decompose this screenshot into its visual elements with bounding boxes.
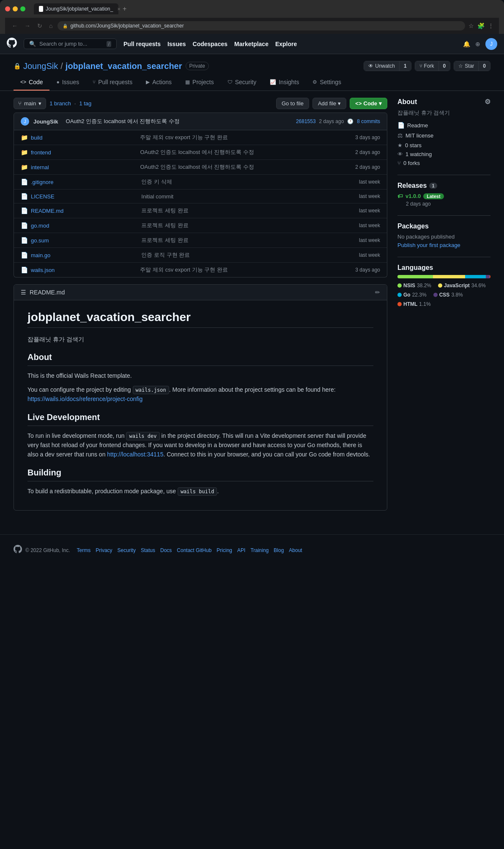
tab-security[interactable]: 🛡 Security <box>221 74 263 91</box>
commit-author[interactable]: JoungSik <box>33 118 58 125</box>
topnav-pull-requests[interactable]: Pull requests <box>123 41 161 47</box>
file-name[interactable]: LICENSE <box>31 193 138 200</box>
minimize-button[interactable] <box>13 6 18 11</box>
browser-tab[interactable]: JoungSik/jobplanet_vacation_ ✕ <box>34 3 118 14</box>
meta-separator: · <box>74 100 76 107</box>
readme-edit-icon[interactable]: ✏ <box>375 289 380 296</box>
topnav-codespaces[interactable]: Codespaces <box>193 41 227 47</box>
file-name[interactable]: go.mod <box>31 223 138 229</box>
file-row-gitignore[interactable]: 📄 .gitignore 인증 키 삭제 last week <box>14 175 387 190</box>
code-tab-icon: <> <box>20 79 26 85</box>
release-version-label[interactable]: v1.0.0 <box>405 193 421 199</box>
footer-pricing[interactable]: Pricing <box>216 547 232 553</box>
branch-count-link[interactable]: 1 branch <box>49 100 71 107</box>
file-name[interactable]: go.sum <box>31 237 138 244</box>
back-button[interactable]: ← <box>10 22 19 30</box>
close-button[interactable] <box>5 6 10 11</box>
languages-bar <box>397 275 490 278</box>
user-avatar[interactable]: J <box>485 38 497 50</box>
tab-code[interactable]: <> Code <box>14 74 49 91</box>
footer-status[interactable]: Status <box>141 547 155 553</box>
file-row-wailsjson[interactable]: 📄 wails.json 주말 제외 csv export 기능 구현 완료 3… <box>14 263 387 277</box>
maximize-button[interactable] <box>20 6 25 11</box>
file-row-gosum[interactable]: 📄 go.sum 프로젝트 세팅 완료 last week <box>14 233 387 248</box>
add-file-button[interactable]: Add file ▾ <box>312 98 346 109</box>
file-time: 2 days ago <box>355 149 380 155</box>
topnav-marketplace[interactable]: Marketplace <box>234 41 268 47</box>
file-name[interactable]: internal <box>31 164 137 170</box>
tab-issues-label: Issues <box>62 79 79 85</box>
new-tab-button[interactable]: + <box>120 4 129 14</box>
footer-docs[interactable]: Docs <box>160 547 172 553</box>
tab-actions-label: Actions <box>152 79 172 85</box>
file-icon: 📄 <box>21 222 27 229</box>
footer-terms[interactable]: Terms <box>77 547 91 553</box>
home-button[interactable]: ⌂ <box>47 22 54 30</box>
notification-icon[interactable]: 🔔 <box>463 41 470 47</box>
tab-projects[interactable]: ▦ Projects <box>178 74 221 91</box>
reload-button[interactable]: ↻ <box>36 22 44 30</box>
sidebar-about-desc: 잡플래닛 휴가 검색기 <box>397 109 490 117</box>
footer-training[interactable]: Training <box>250 547 268 553</box>
file-time: last week <box>359 252 380 258</box>
tag-count-link[interactable]: 1 tag <box>79 100 91 107</box>
file-name[interactable]: .gitignore <box>31 179 138 185</box>
topnav-explore[interactable]: Explore <box>275 41 297 47</box>
file-row-gomod[interactable]: 📄 go.mod 프로젝트 세팅 완료 last week <box>14 218 387 233</box>
watch-button[interactable]: 👁 Unwatch <box>364 61 400 71</box>
star-button[interactable]: ☆ Star <box>454 61 479 71</box>
fork-button[interactable]: ⑂ Fork <box>415 61 439 71</box>
footer-api[interactable]: API <box>237 547 245 553</box>
add-icon[interactable]: ⊕ <box>475 41 480 47</box>
file-row-license[interactable]: 📄 LICENSE Initial commit last week <box>14 190 387 203</box>
go-to-file-button[interactable]: Go to file <box>276 98 309 109</box>
forward-button[interactable]: → <box>23 22 32 30</box>
watch-count[interactable]: 1 <box>400 61 411 71</box>
search-bar[interactable]: 🔍 Search or jump to... / <box>24 38 117 49</box>
footer-blog[interactable]: Blog <box>274 547 284 553</box>
tab-insights[interactable]: 📈 Insights <box>263 74 306 91</box>
file-row-maingo[interactable]: 📄 main.go 인증 로직 구현 완료 last week <box>14 248 387 263</box>
tab-actions[interactable]: ▶ Actions <box>139 74 178 91</box>
file-row-frontend[interactable]: 📁 frontend OAuth2 인증도 localhost 에서 진행하도록… <box>14 145 387 160</box>
commits-count-link[interactable]: 8 commits <box>357 118 380 124</box>
address-bar[interactable]: 🔒 github.com/JoungSik/jobplanet_vacation… <box>58 21 465 30</box>
commit-time: 2 days ago <box>319 118 344 124</box>
publish-package-link[interactable]: Publish your first package <box>397 242 460 248</box>
readme-livedev-heading: Live Development <box>27 412 373 426</box>
file-name[interactable]: build <box>31 135 137 141</box>
star-count[interactable]: 0 <box>479 61 490 71</box>
fork-count[interactable]: 0 <box>439 61 450 71</box>
extension-icon[interactable]: 🧩 <box>477 22 485 29</box>
file-row-readme[interactable]: 📄 README.md 프로젝트 세팅 완료 last week <box>14 203 387 218</box>
readme-localhost-link[interactable]: http://localhost:34115 <box>107 451 163 458</box>
file-time: last week <box>359 179 380 185</box>
sidebar-readme-link[interactable]: 📄 Readme <box>397 122 490 129</box>
footer-contact[interactable]: Contact GitHub <box>177 547 211 553</box>
readme-config-link[interactable]: https://wails.io/docs/reference/project-… <box>27 396 142 402</box>
file-name[interactable]: wails.json <box>31 267 137 273</box>
private-lock-icon: 🔒 <box>14 63 21 69</box>
file-name[interactable]: README.md <box>31 208 138 214</box>
repo-name-link[interactable]: jobplanet_vacation_searcher <box>66 61 182 71</box>
tab-pull-requests[interactable]: ⑂ Pull requests <box>86 74 139 91</box>
file-time: last week <box>359 237 380 243</box>
sidebar-license-link[interactable]: ⚖ MIT license <box>397 132 490 139</box>
footer-privacy[interactable]: Privacy <box>96 547 112 553</box>
tab-settings[interactable]: ⚙ Settings <box>306 74 348 91</box>
more-options-icon[interactable]: ⋮ <box>488 22 494 29</box>
footer-about[interactable]: About <box>289 547 302 553</box>
branch-selector[interactable]: ⑂ main ▾ <box>14 98 46 109</box>
code-button[interactable]: <> Code ▾ <box>350 98 387 109</box>
file-name[interactable]: main.go <box>31 252 138 258</box>
file-row-build[interactable]: 📁 build 주말 제외 csv export 기능 구현 완료 3 days… <box>14 130 387 145</box>
file-name[interactable]: frontend <box>31 149 137 156</box>
sidebar-settings-icon[interactable]: ⚙ <box>485 98 490 106</box>
bookmark-icon[interactable]: ☆ <box>468 22 474 29</box>
tab-issues[interactable]: ● Issues <box>49 74 86 91</box>
commit-hash-link[interactable]: 2681553 <box>296 118 316 124</box>
file-row-internal[interactable]: 📁 internal OAuth2 인증도 localhost 에서 진행하도록… <box>14 160 387 175</box>
repo-owner-link[interactable]: JoungSik <box>23 61 58 71</box>
topnav-issues[interactable]: Issues <box>167 41 186 47</box>
footer-security[interactable]: Security <box>118 547 136 553</box>
